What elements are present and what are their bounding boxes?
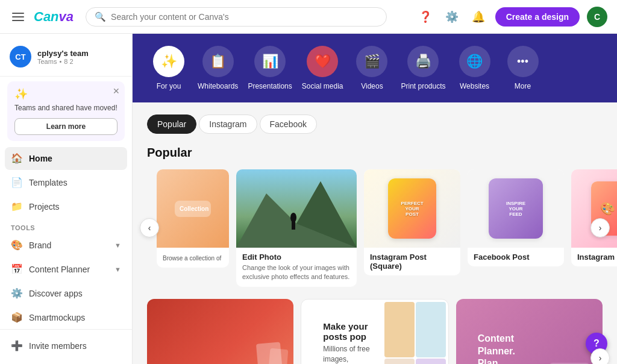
sidebar-bottom: ➕ Invite members (0, 329, 132, 362)
top-bar-actions: ❓ ⚙️ 🔔 Create a design C (416, 7, 607, 27)
create-design-button[interactable]: Create a design (495, 7, 580, 27)
category-videos[interactable]: 🎬 Videos (350, 43, 393, 93)
promo-row: Magic Resize. One design in every size. … (147, 299, 603, 364)
tools-label: Tools (0, 218, 132, 234)
cards-prev-button[interactable]: ‹ (140, 218, 159, 237)
websites-label: Websites (460, 82, 489, 90)
hamburger-menu[interactable] (10, 10, 27, 24)
websites-icon: 🌐 (459, 46, 490, 77)
card-partial[interactable]: Collection Browse a collection of (157, 169, 229, 268)
team-name: cplysy's team (37, 49, 89, 58)
team-avatar: CT (10, 46, 31, 67)
sidebar-item-projects[interactable]: 📁 Projects (5, 195, 127, 218)
card-edit-photo-title: Edit Photo (242, 253, 351, 262)
svg-rect-3 (292, 221, 295, 230)
promo-next-button[interactable]: › (590, 348, 610, 364)
tab-popular[interactable]: Popular (147, 115, 196, 134)
tab-instagram[interactable]: Instagram (199, 115, 257, 134)
card-instagram-post[interactable]: PERFECTYOURPOST Instagram Post (Square) (364, 169, 460, 275)
card-edit-photo-desc: Change the look of your images with excl… (242, 263, 351, 282)
category-more[interactable]: ••• More (501, 43, 545, 93)
category-print-products[interactable]: 🖨️ Print products (398, 43, 448, 93)
section-title: Popular (147, 146, 603, 160)
category-social-media[interactable]: ❤️ Social media (299, 43, 346, 93)
category-nav: ✨ For you 📋 Whiteboards 📊 Presentations (133, 34, 617, 102)
presentations-label: Presentations (248, 82, 292, 90)
category-presentations[interactable]: 📊 Presentations (245, 43, 294, 93)
top-bar: Canva 🔍 ❓ ⚙️ 🔔 Create a design C (0, 0, 617, 34)
print-products-label: Print products (401, 82, 445, 90)
sidebar-item-discover-apps-label: Discover apps (29, 289, 83, 298)
category-websites[interactable]: 🌐 Websites (453, 43, 496, 93)
projects-icon: 📁 (11, 201, 23, 213)
content-planner-badge: ▼ (114, 266, 121, 273)
more-icon: ••• (507, 46, 539, 77)
social-media-label: Social media (302, 82, 343, 90)
for-you-label: For you (157, 82, 181, 90)
social-media-icon: ❤️ (307, 46, 338, 77)
search-input[interactable] (111, 12, 378, 22)
card-edit-photo[interactable]: Edit Photo Change the look of your image… (236, 169, 357, 287)
promo-posts-pop[interactable]: Make your posts pop Millions of free ima… (301, 299, 448, 364)
promo-magic-resize[interactable]: Magic Resize. One design in every size. (147, 299, 293, 364)
promo-content-planner-title: Content Planner. Plan. Schedule. Post. (478, 333, 532, 364)
sidebar-item-home[interactable]: 🏠 Home (5, 147, 127, 170)
help-icon-btn[interactable]: ❓ (416, 7, 435, 27)
settings-icon-btn[interactable]: ⚙️ (442, 7, 462, 27)
sidebar-item-smartmockups[interactable]: 📦 Smartmockups (5, 306, 127, 329)
team-section[interactable]: CT cplysy's team Teams • 8 2 (0, 41, 132, 77)
filter-tabs: Popular Instagram Facebook (147, 115, 603, 134)
team-subtitle: Teams • 8 2 (37, 58, 89, 65)
templates-icon: 📄 (11, 177, 23, 189)
card-facebook-title: Facebook Post (474, 253, 558, 262)
presentations-icon: 📊 (254, 46, 286, 77)
cards-row: ‹ Collection Browse a collection of (147, 169, 603, 287)
plus-icon: ➕ (11, 340, 23, 352)
sidebar-item-discover-apps[interactable]: ⚙️ Discover apps (5, 282, 127, 305)
sidebar-item-brand-label: Brand (29, 240, 51, 250)
sidebar-item-content-planner[interactable]: 📅 Content Planner ▼ (5, 258, 127, 281)
sidebar-item-brand[interactable]: 🎨 Brand ▼ (5, 234, 127, 257)
invite-members-label: Invite members (29, 341, 87, 351)
sidebar-item-content-planner-label: Content Planner (29, 265, 90, 274)
videos-label: Videos (361, 82, 383, 90)
sparkle-icon: ✨ (14, 87, 117, 101)
notifications-icon-btn[interactable]: 🔔 (469, 7, 488, 27)
tab-facebook[interactable]: Facebook (260, 115, 317, 134)
sidebar-nav: 🏠 Home 📄 Templates 📁 Projects (0, 147, 132, 218)
smartmockups-icon: 📦 (11, 312, 23, 324)
whiteboards-icon: 📋 (202, 46, 234, 77)
learn-more-button[interactable]: Learn more (14, 118, 117, 135)
canva-logo: Canva (34, 9, 74, 25)
sidebar-item-templates-label: Templates (29, 178, 67, 187)
cards-next-button[interactable]: › (590, 218, 610, 237)
card-instagram-title: Instagram Post (Square) (370, 253, 454, 271)
home-icon: 🏠 (11, 152, 23, 165)
brand-icon: 🎨 (11, 239, 23, 251)
sidebar: CT cplysy's team Teams • 8 2 ✨ Teams and… (0, 34, 133, 364)
discover-apps-icon: ⚙️ (11, 287, 23, 300)
main-content: ✨ For you 📋 Whiteboards 📊 Presentations (133, 34, 617, 364)
promo-content-planner[interactable]: Content Planner. Plan. Schedule. Post. (456, 299, 603, 364)
sidebar-item-templates[interactable]: 📄 Templates (5, 171, 127, 194)
notification-text: Teams and shared have moved! (14, 103, 117, 113)
team-info: cplysy's team Teams • 8 2 (37, 49, 89, 65)
close-notification-button[interactable]: ✕ (113, 86, 120, 96)
notification-box: ✨ Teams and shared have moved! ✕ Learn m… (7, 81, 125, 141)
search-bar: 🔍 (86, 7, 387, 27)
card-instagram-story[interactable]: 🎨 Instagram Story (571, 169, 617, 266)
category-for-you[interactable]: ✨ For you (147, 43, 190, 93)
sidebar-item-home-label: Home (29, 154, 52, 163)
whiteboards-label: Whiteboards (198, 82, 238, 90)
videos-icon: 🎬 (356, 46, 387, 77)
card-story-title: Instagram Story (577, 253, 617, 262)
sidebar-item-smartmockups-label: Smartmockups (29, 313, 85, 322)
avatar[interactable]: C (587, 7, 607, 27)
content-planner-icon: 📅 (11, 263, 23, 275)
invite-members-button[interactable]: ➕ Invite members (5, 334, 127, 357)
tools-nav: 🎨 Brand ▼ 📅 Content Planner ▼ ⚙️ Discove… (0, 234, 132, 329)
card-facebook-post[interactable]: INSPIREYOURFEED Facebook Post (468, 169, 564, 266)
sidebar-item-projects-label: Projects (29, 202, 60, 212)
brand-badge: ▼ (114, 242, 121, 249)
category-whiteboards[interactable]: 📋 Whiteboards (195, 43, 240, 93)
